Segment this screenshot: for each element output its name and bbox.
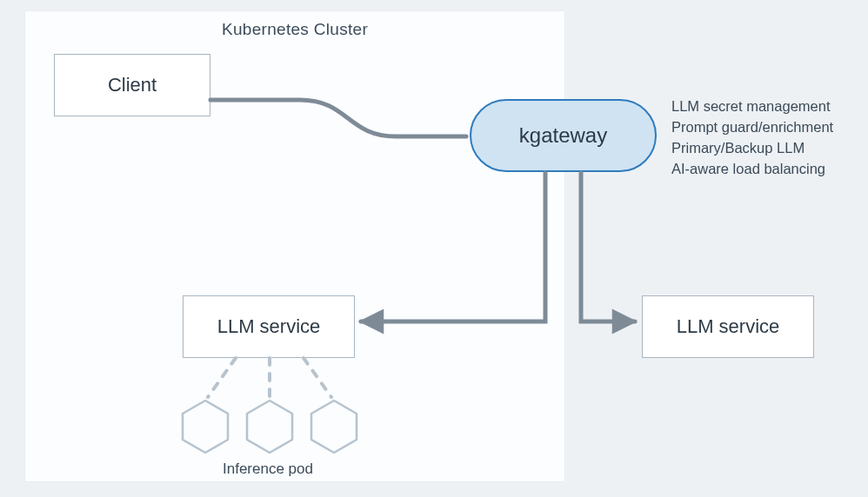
inference-pod-label: Inference pod [183,461,353,478]
cluster-title: Kubernetes Cluster [25,20,564,39]
gateway-features-list: LLM secret management Prompt guard/enric… [671,96,833,180]
feature-item: Primary/Backup LLM [671,138,833,159]
connector-gateway-to-llm2 [581,173,635,321]
kgateway-label: kgateway [519,123,607,148]
feature-item: LLM secret management [671,96,833,117]
llm-service-external-box: LLM service [642,295,814,358]
feature-item: Prompt guard/enrichment [671,117,833,138]
llm-service-internal-box: LLM service [183,295,355,358]
kgateway-node: kgateway [470,99,657,172]
client-box: Client [54,54,210,116]
feature-item: AI-aware load balancing [671,159,833,180]
llm-service-label: LLM service [677,315,780,338]
diagram-canvas: Kubernetes Cluster Client kgateway LLM s… [0,0,868,497]
client-label: Client [108,74,157,96]
llm-service-label: LLM service [217,315,321,338]
